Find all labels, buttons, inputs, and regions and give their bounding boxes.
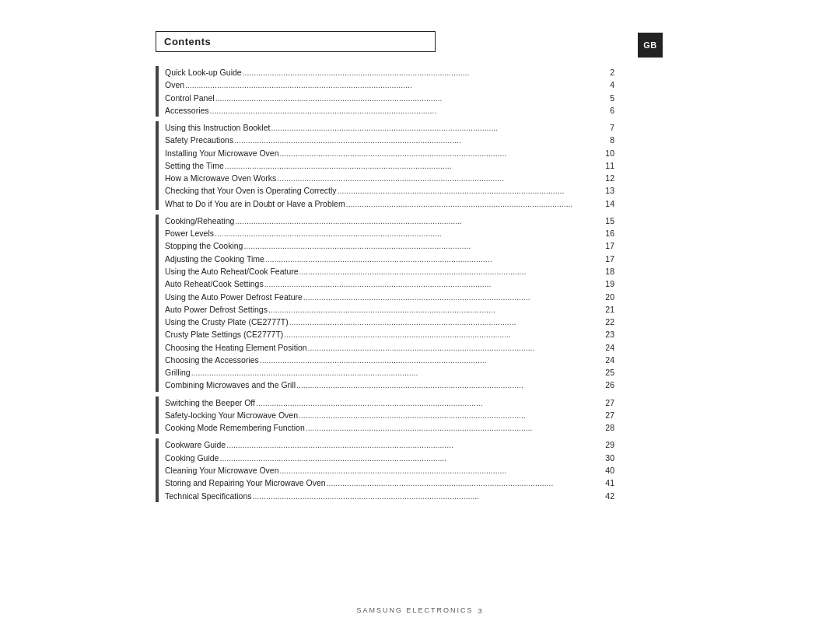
footer: Samsung Electronics 3 <box>0 606 840 615</box>
entry-text: Crusty Plate Settings (CE2777T) <box>165 328 283 340</box>
section-bar <box>156 215 159 392</box>
entry-text: Installing Your Microwave Oven <box>165 147 279 159</box>
entry-dots: ........................................… <box>268 303 600 316</box>
entry-page-number: 40 <box>600 464 614 477</box>
entry-page-number: 8 <box>600 134 614 146</box>
entry-dots: ........................................… <box>283 328 600 340</box>
entry-dots: ........................................… <box>243 239 600 252</box>
entry-dots: ........................................… <box>270 121 600 134</box>
entry-dots: ........................................… <box>299 265 600 278</box>
table-row: Switching the Beeper Off................… <box>165 396 614 409</box>
entry-dots: ........................................… <box>242 66 600 79</box>
table-row: Power Levels............................… <box>165 227 614 239</box>
entry-text: Using the Crusty Plate (CE2777T) <box>165 316 289 328</box>
contents-title: Contents <box>164 36 211 47</box>
page: Contents Quick Look-up Guide............… <box>0 0 840 632</box>
entry-page-number: 17 <box>600 239 614 252</box>
entry-page-number: 19 <box>600 278 614 290</box>
entry-dots: ........................................… <box>251 490 600 502</box>
entry-dots: ........................................… <box>264 278 600 290</box>
table-row: Accessories.............................… <box>165 104 614 117</box>
entry-page-number: 14 <box>600 197 614 210</box>
entry-text: Using the Auto Reheat/Cook Feature <box>165 265 299 278</box>
table-row: Safety-locking Your Microwave Oven......… <box>165 409 614 421</box>
table-row: Crusty Plate Settings (CE2777T).........… <box>165 328 614 340</box>
section-2: Using this Instruction Booklet..........… <box>156 121 614 210</box>
table-row: Using this Instruction Booklet..........… <box>165 121 614 134</box>
entry-page-number: 23 <box>600 328 614 340</box>
footer-page: 3 <box>478 606 484 615</box>
entry-text: Accessories <box>165 104 209 117</box>
entry-page-number: 7 <box>600 121 614 134</box>
entry-text: Safety-locking Your Microwave Oven <box>165 409 298 421</box>
table-row: Cooking Guide...........................… <box>165 452 614 464</box>
entry-text: Quick Look-up Guide <box>165 66 242 79</box>
table-row: Cookware Guide..........................… <box>165 438 614 451</box>
entry-text: Switching the Beeper Off <box>165 396 255 409</box>
entry-page-number: 20 <box>600 291 614 303</box>
section-entries: Cookware Guide..........................… <box>165 438 614 501</box>
entry-page-number: 5 <box>600 92 614 104</box>
entry-dots: ........................................… <box>209 104 600 117</box>
entry-dots: ........................................… <box>255 396 600 409</box>
entry-dots: ........................................… <box>191 366 600 379</box>
table-row: Grilling................................… <box>165 366 614 379</box>
entry-page-number: 2 <box>600 66 614 79</box>
entry-text: Safety Precautions <box>165 134 233 146</box>
section-entries: Cooking/Reheating.......................… <box>165 215 614 392</box>
entry-page-number: 29 <box>600 438 614 451</box>
table-row: Storing and Repairing Your Microwave Ove… <box>165 477 614 489</box>
entry-page-number: 28 <box>600 421 614 434</box>
table-row: Adjusting the Cooking Time..............… <box>165 253 614 265</box>
entry-page-number: 13 <box>600 184 614 197</box>
entry-text: Using the Auto Power Defrost Feature <box>165 291 303 303</box>
table-row: Auto Power Defrost Settings.............… <box>165 303 614 316</box>
entry-dots: ........................................… <box>226 438 600 451</box>
entry-text: Storing and Repairing Your Microwave Ove… <box>165 477 326 489</box>
entry-page-number: 30 <box>600 452 614 464</box>
entry-page-number: 16 <box>600 227 614 239</box>
entry-text: Choosing the Accessories <box>165 354 259 366</box>
table-row: Using the Auto Power Defrost Feature....… <box>165 291 614 303</box>
entry-text: Power Levels <box>165 227 214 239</box>
entry-text: Cooking Guide <box>165 452 219 464</box>
table-row: Setting the Time........................… <box>165 159 614 172</box>
entry-dots: ........................................… <box>345 197 600 210</box>
entry-dots: ........................................… <box>184 79 600 91</box>
side-column: GB <box>638 31 684 507</box>
table-row: What to Do if You are in Doubt or Have a… <box>165 197 614 210</box>
table-row: How a Microwave Oven Works..............… <box>165 172 614 184</box>
entry-text: Cookware Guide <box>165 438 226 451</box>
entry-text: Choosing the Heating Element Position <box>165 341 307 354</box>
entry-page-number: 11 <box>600 159 614 172</box>
entry-dots: ........................................… <box>305 421 600 434</box>
entry-dots: ........................................… <box>259 354 600 366</box>
content-area: Contents Quick Look-up Guide............… <box>156 31 684 507</box>
footer-brand: Samsung Electronics <box>357 606 474 615</box>
entry-text: Using this Instruction Booklet <box>165 121 270 134</box>
entry-dots: ........................................… <box>279 464 601 477</box>
entry-text: Adjusting the Cooking Time <box>165 253 264 265</box>
entry-text: Auto Reheat/Cook Settings <box>165 278 264 290</box>
entry-page-number: 22 <box>600 316 614 328</box>
table-row: Cooking Mode Remembering Function.......… <box>165 421 614 434</box>
entry-page-number: 21 <box>600 303 614 316</box>
entry-dots: ........................................… <box>215 92 600 104</box>
entry-text: Grilling <box>165 366 191 379</box>
table-row: Combining Microwaves and the Grill......… <box>165 379 614 391</box>
contents-header-box: Contents <box>156 31 436 52</box>
section-bar <box>156 66 159 117</box>
section-bar <box>156 438 159 501</box>
entry-page-number: 10 <box>600 147 614 159</box>
entry-text: Oven <box>165 79 184 91</box>
gb-badge: GB <box>638 33 663 58</box>
table-row: Stopping the Cooking....................… <box>165 239 614 252</box>
entry-page-number: 18 <box>600 265 614 278</box>
entry-dots: ........................................… <box>233 134 600 146</box>
entry-dots: ........................................… <box>296 379 600 391</box>
section-5: Cookware Guide..........................… <box>156 438 614 501</box>
entry-text: Combining Microwaves and the Grill <box>165 379 296 391</box>
entry-page-number: 27 <box>600 409 614 421</box>
entry-dots: ........................................… <box>326 477 600 489</box>
entry-text: How a Microwave Oven Works <box>165 172 276 184</box>
